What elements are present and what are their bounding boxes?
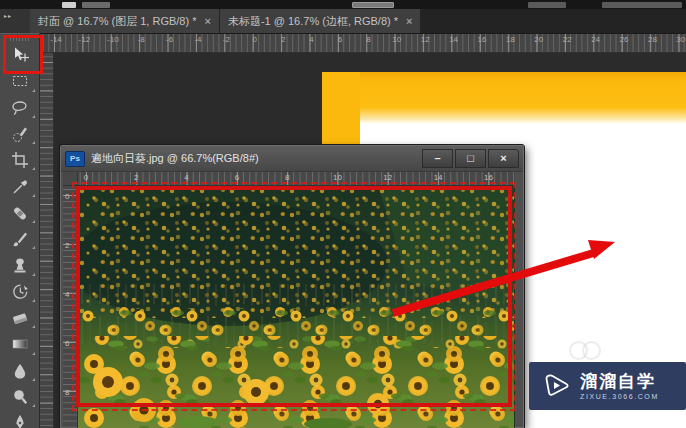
double-arrow-icon: ▸▸ — [4, 12, 12, 19]
ruler-label: 2 — [65, 241, 69, 250]
ruler-label: 2 — [134, 173, 138, 182]
ruler-label: 12 — [421, 35, 430, 44]
image-vertical-ruler: 02468 — [63, 186, 78, 428]
tool-rectangular-marquee[interactable] — [0, 68, 40, 94]
tool-pen[interactable] — [0, 410, 40, 428]
ruler-label: 0 — [84, 173, 88, 182]
ruler-label: 18 — [506, 35, 515, 44]
options-control-stub — [602, 2, 682, 8]
tab-document-cover[interactable]: 封面 @ 16.7% (图层 1, RGB/8) * × — [30, 9, 220, 33]
ruler-label: -10 — [107, 35, 119, 44]
floating-image-window: Ps 遍地向日葵.jpg @ 66.7%(RGB/8#) – □ × 02468… — [60, 145, 524, 428]
tool-move[interactable] — [0, 42, 40, 68]
window-title-bar[interactable]: Ps 遍地向日葵.jpg @ 66.7%(RGB/8#) – □ × — [61, 146, 523, 172]
ruler-label: 30 — [676, 35, 685, 44]
tool-clone-stamp[interactable] — [0, 252, 40, 278]
tool-blur[interactable] — [0, 358, 40, 384]
play-button-icon — [541, 371, 571, 401]
ruler-label: -4 — [194, 35, 201, 44]
window-content: 0246810121416 02468 — [63, 172, 515, 428]
tool-quick-selection[interactable] — [0, 121, 40, 147]
ruler-label: 8 — [366, 35, 370, 44]
document-tab-bar: ▸▸ 封面 @ 16.7% (图层 1, RGB/8) * × 未标题-1 @ … — [0, 9, 686, 34]
window-title: 遍地向日葵.jpg @ 66.7%(RGB/8#) — [91, 151, 422, 166]
tool-dodge[interactable] — [0, 384, 40, 410]
close-button[interactable]: × — [488, 149, 519, 168]
options-bar-partial — [0, 0, 686, 9]
tab-label: 未标题-1 @ 16.7% (边框, RGB/8) * — [228, 14, 398, 29]
ruler-label: 6 — [338, 35, 342, 44]
ruler-label: 8 — [285, 173, 289, 182]
tool-gradient[interactable] — [0, 331, 40, 357]
ruler-label: 12 — [383, 173, 392, 182]
watermark-badge: 溜溜自学 ZIXUE.3066.COM — [529, 362, 686, 410]
ruler-label: -8 — [138, 35, 145, 44]
ruler-label: 0 — [65, 192, 69, 201]
minimize-button[interactable]: – — [422, 149, 453, 168]
ruler-label: 4 — [184, 173, 188, 182]
ruler-label: 2 — [281, 35, 285, 44]
ruler-label: 4 — [309, 35, 313, 44]
close-icon[interactable]: × — [205, 15, 211, 27]
options-label-stub — [82, 2, 110, 8]
ruler-label: 26 — [620, 35, 629, 44]
ruler-label: 0 — [253, 35, 257, 44]
sunflower-image-canvas[interactable] — [78, 186, 515, 428]
maximize-button[interactable]: □ — [455, 149, 486, 168]
yellow-frame-left — [322, 72, 360, 148]
ruler-label: 24 — [591, 35, 600, 44]
tool-eyedropper[interactable] — [0, 173, 40, 199]
tool-history-brush[interactable] — [0, 279, 40, 305]
ruler-label: 8 — [65, 388, 69, 397]
ruler-label: 16 — [478, 35, 487, 44]
ruler-label: 4 — [65, 290, 69, 299]
yellow-frame-top — [322, 72, 686, 124]
ruler-label: 28 — [648, 35, 657, 44]
document-horizontal-ruler: -14-12-10-8-6-4-202468101214161820222426… — [40, 33, 686, 53]
tool-eraser[interactable] — [0, 305, 40, 331]
ruler-label: 16 — [484, 173, 493, 182]
ruler-label: 14 — [449, 35, 458, 44]
tool-crop[interactable] — [0, 147, 40, 173]
options-checkbox-stub — [62, 2, 76, 8]
ruler-label: 10 — [333, 173, 342, 182]
watermark-domain: ZIXUE.3066.COM — [580, 393, 659, 400]
photoshop-file-icon: Ps — [65, 151, 85, 167]
toolbar-grip[interactable] — [10, 36, 29, 41]
ghost-circle-icon — [582, 341, 601, 360]
ruler-label: 6 — [65, 339, 69, 348]
watermark-brand: 溜溜自学 — [580, 373, 659, 390]
ruler-label: 14 — [434, 173, 443, 182]
close-icon[interactable]: × — [406, 15, 412, 27]
tab-document-untitled1[interactable]: 未标题-1 @ 16.7% (边框, RGB/8) * × — [220, 9, 422, 33]
ruler-label: -12 — [79, 35, 91, 44]
tab-label: 封面 @ 16.7% (图层 1, RGB/8) * — [38, 14, 197, 29]
ruler-label: 20 — [534, 35, 543, 44]
ruler-label: -2 — [223, 35, 230, 44]
tool-palette — [0, 33, 40, 428]
photoshop-workspace: ▸▸ 封面 @ 16.7% (图层 1, RGB/8) * × 未标题-1 @ … — [0, 0, 686, 428]
ruler-label: -14 — [50, 35, 62, 44]
panel-collapse-button[interactable]: ▸▸ — [0, 9, 30, 33]
options-control-stub — [528, 2, 566, 8]
tool-spot-healing-brush[interactable] — [0, 200, 40, 226]
tool-brush[interactable] — [0, 226, 40, 252]
ruler-label: 22 — [563, 35, 572, 44]
ruler-label: 6 — [235, 173, 239, 182]
document-vertical-ruler — [40, 53, 54, 428]
ruler-label: 10 — [392, 35, 401, 44]
sunflower-field-image — [78, 186, 514, 428]
ruler-label: -6 — [166, 35, 173, 44]
image-horizontal-ruler: 0246810121416 — [78, 172, 515, 186]
tool-lasso[interactable] — [0, 95, 40, 121]
ruler-corner — [63, 172, 78, 186]
options-dropdown-stub — [352, 2, 394, 8]
